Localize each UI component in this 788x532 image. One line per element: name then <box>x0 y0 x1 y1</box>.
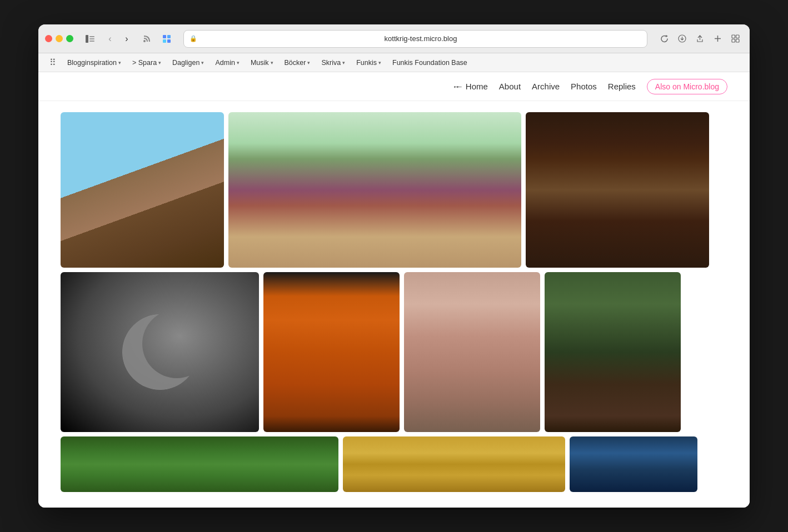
chevron-down-icon: ▾ <box>118 60 121 66</box>
photo-moon[interactable] <box>61 272 259 432</box>
sidebar-icon[interactable] <box>82 31 98 47</box>
rss-icon[interactable] <box>139 31 154 47</box>
new-tab-icon[interactable] <box>710 31 725 47</box>
svg-marker-9 <box>666 35 668 37</box>
download-icon[interactable] <box>674 31 690 47</box>
extensions-icon[interactable] <box>159 31 174 47</box>
chevron-down-icon: ▾ <box>201 60 204 66</box>
toolbar-right <box>656 31 743 47</box>
also-on-microblog-button[interactable]: Also on Micro.blog <box>647 79 727 94</box>
photo-camera[interactable] <box>545 272 681 432</box>
photo-buildings[interactable] <box>61 112 224 268</box>
site-nav: ← ← Home About Archive Photos Replies Al… <box>38 72 750 101</box>
maximize-button[interactable] <box>66 35 73 42</box>
back-button[interactable]: ‹ <box>102 31 118 47</box>
svg-rect-13 <box>732 39 735 43</box>
svg-rect-2 <box>89 38 94 39</box>
chevron-down-icon: ▾ <box>307 60 310 66</box>
svg-rect-1 <box>89 36 94 37</box>
bookmark-admin[interactable]: Admin ▾ <box>211 57 243 68</box>
svg-rect-3 <box>89 41 94 42</box>
svg-rect-8 <box>167 39 171 43</box>
svg-rect-12 <box>736 35 739 38</box>
photo-forest[interactable] <box>61 436 338 492</box>
chevron-down-icon: ▾ <box>342 60 345 66</box>
svg-point-4 <box>143 40 146 42</box>
svg-rect-14 <box>736 39 739 43</box>
photo-trees[interactable] <box>570 436 697 492</box>
photo-row-3 <box>61 436 727 492</box>
bookmark-spara[interactable]: > Spara ▾ <box>128 57 166 68</box>
share-icon[interactable] <box>692 31 707 47</box>
archive-link[interactable]: Archive <box>532 82 560 91</box>
chevron-down-icon: ▾ <box>158 60 161 66</box>
bookmark-musik[interactable]: Musik ▾ <box>246 57 278 68</box>
photo-greenhouse[interactable] <box>228 112 521 268</box>
close-button[interactable] <box>45 35 52 42</box>
url-text: kottkrig-test.micro.blog <box>200 34 641 43</box>
bookmark-funkis[interactable]: Funkis ▾ <box>352 57 386 68</box>
bookmark-skriva[interactable]: Skriva ▾ <box>317 57 350 68</box>
chevron-down-icon: ▾ <box>378 60 381 66</box>
photo-car[interactable] <box>263 272 400 432</box>
address-bar[interactable]: 🔒 kottkrig-test.micro.blog <box>183 30 647 48</box>
photo-wheat[interactable] <box>343 436 565 492</box>
replies-link[interactable]: Replies <box>608 82 636 91</box>
photo-cocktail[interactable] <box>404 272 540 432</box>
apps-icon[interactable]: ⠿ <box>45 55 61 71</box>
svg-point-17 <box>122 314 198 390</box>
nav-arrows: ‹ › <box>102 31 134 47</box>
svg-rect-7 <box>163 39 166 43</box>
photo-compass[interactable] <box>526 112 709 268</box>
svg-rect-5 <box>163 35 166 38</box>
svg-rect-11 <box>732 35 735 38</box>
browser-window: ‹ › 🔒 kottkrig-test.micro.blog <box>38 24 750 508</box>
refresh-icon[interactable] <box>656 31 672 47</box>
photo-row-1 <box>61 112 727 268</box>
bookmark-funkis-foundation[interactable]: Funkis Foundation Base <box>388 57 472 68</box>
chevron-down-icon: ▾ <box>237 60 240 66</box>
lock-icon: 🔒 <box>189 35 197 42</box>
bookmark-blogginspiration[interactable]: Blogginspiration ▾ <box>63 57 126 68</box>
bookmark-dagligen[interactable]: Dagligen ▾ <box>168 57 208 68</box>
sidebar-toggle[interactable] <box>82 31 98 47</box>
forward-button[interactable]: › <box>119 31 134 47</box>
photo-grid <box>38 101 750 508</box>
bookmark-bocker[interactable]: Böcker ▾ <box>280 57 315 68</box>
bookmarks-bar: ⠿ Blogginspiration ▾ > Spara ▾ Dagligen … <box>38 53 750 72</box>
photos-link[interactable]: Photos <box>571 82 597 91</box>
minimize-button[interactable] <box>56 35 63 42</box>
chevron-down-icon: ▾ <box>271 60 273 66</box>
svg-rect-0 <box>86 35 88 43</box>
title-bar: ‹ › 🔒 kottkrig-test.micro.blog <box>38 24 750 53</box>
photo-row-2 <box>61 272 727 432</box>
tab-overview-icon[interactable] <box>727 31 743 47</box>
svg-rect-6 <box>167 35 171 38</box>
traffic-lights <box>45 35 73 42</box>
about-link[interactable]: About <box>499 82 521 91</box>
home-link[interactable]: ← ← Home <box>452 82 488 91</box>
